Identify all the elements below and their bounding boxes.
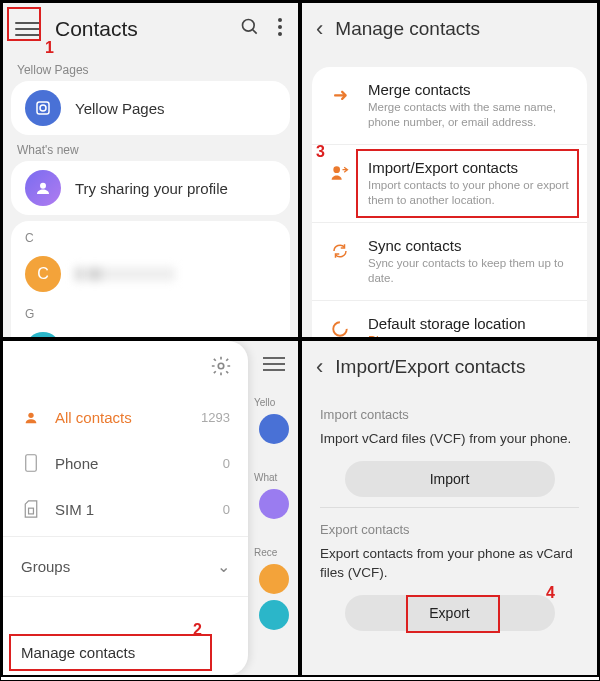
bg-avatar: [259, 564, 289, 594]
app-header: ‹ Import/Export contacts: [302, 341, 597, 393]
drawer-item-all-contacts[interactable]: All contacts 1293: [3, 395, 248, 440]
avatar: C: [25, 256, 61, 292]
sync-contacts-row[interactable]: Sync contacts Sync your contacts to keep…: [312, 222, 587, 300]
sim-icon: [21, 500, 41, 518]
export-section-header: Export contacts: [320, 522, 579, 537]
contact-row[interactable]: C: [11, 247, 290, 301]
section-header-yellowpages: Yellow Pages: [3, 55, 298, 81]
drawer-label: Phone: [55, 455, 223, 472]
annotation-box-4: [406, 595, 500, 633]
profile-icon: [25, 170, 61, 206]
drawer-label: All contacts: [55, 409, 201, 426]
row-title: Merge contacts: [368, 81, 573, 98]
merge-icon: ➜: [326, 81, 354, 109]
phone-icon: [21, 454, 41, 472]
row-subtitle: Sync your contacts to keep them up to da…: [368, 256, 573, 286]
storage-icon: [326, 315, 354, 339]
list-item-yellowpages[interactable]: Yellow Pages: [11, 81, 290, 135]
merge-contacts-row[interactable]: ➜ Merge contacts Merge contacts with the…: [312, 67, 587, 144]
contact-name-redacted: [75, 267, 175, 281]
annotation-number-2: 2: [193, 621, 202, 639]
manage-options-card: ➜ Merge contacts Merge contacts with the…: [312, 67, 587, 339]
manage-contacts-link[interactable]: Manage contacts: [3, 630, 248, 675]
divider: [3, 536, 248, 537]
bg-label: Rece: [250, 525, 298, 558]
svg-point-9: [333, 322, 347, 336]
letter-header-c: C: [11, 225, 290, 247]
row-title: Default storage location: [368, 315, 573, 332]
hamburger-icon: [263, 357, 285, 371]
back-icon[interactable]: ‹: [316, 16, 323, 42]
import-description: Import vCard files (VCF) from your phone…: [320, 430, 579, 449]
section-header-whatsnew: What's new: [3, 135, 298, 161]
search-icon[interactable]: [240, 17, 260, 41]
svg-point-11: [28, 412, 33, 417]
panel-contacts-list: Contacts 1 Yellow Pages Yellow Pages Wha…: [1, 1, 300, 339]
import-button[interactable]: Import: [345, 461, 555, 497]
drawer-label: SIM 1: [55, 501, 223, 518]
bg-avatar: [259, 600, 289, 630]
panel-manage-contacts: ‹ Manage contacts 3 ➜ Merge contacts Mer…: [300, 1, 599, 339]
bg-avatar: [259, 489, 289, 519]
svg-rect-5: [37, 102, 49, 114]
drawer-item-phone[interactable]: Phone 0: [3, 440, 248, 486]
avatar: G: [25, 332, 61, 339]
row-title: Sync contacts: [368, 237, 573, 254]
bg-avatar: [259, 414, 289, 444]
yellowpages-icon: [25, 90, 61, 126]
svg-point-2: [278, 18, 282, 22]
more-icon[interactable]: [278, 18, 282, 40]
svg-point-10: [218, 363, 224, 369]
svg-point-7: [40, 183, 46, 189]
annotation-box-3: [356, 149, 579, 218]
svg-point-0: [243, 20, 255, 32]
panel-drawer: Yello What Rece All contacts 1293 Phone …: [1, 339, 300, 677]
chevron-down-icon: ⌄: [217, 557, 230, 576]
panel-import-export: ‹ Import/Export contacts Import contacts…: [300, 339, 599, 677]
screen-title: Manage contacts: [335, 18, 480, 40]
annotation-box-1: [7, 7, 41, 41]
svg-point-8: [333, 166, 340, 173]
svg-point-3: [278, 25, 282, 29]
import-export-icon: [326, 159, 354, 187]
export-description: Export contacts from your phone as vCard…: [320, 545, 579, 583]
background-screen: Yello What Rece: [250, 341, 298, 675]
divider: [3, 596, 248, 597]
app-header: ‹ Manage contacts: [302, 3, 597, 55]
screen-title: Import/Export contacts: [335, 356, 525, 378]
drawer-groups-row[interactable]: Groups ⌄: [3, 541, 248, 592]
storage-location-row[interactable]: Default storage location Phone: [312, 300, 587, 339]
svg-rect-12: [26, 455, 37, 472]
svg-rect-13: [29, 508, 34, 514]
contact-row[interactable]: G: [11, 323, 290, 339]
list-item-label: Yellow Pages: [75, 100, 165, 117]
import-section-header: Import contacts: [320, 407, 579, 422]
annotation-number-1: 1: [45, 39, 54, 57]
drawer-count: 0: [223, 456, 230, 471]
import-export-row[interactable]: Import/Export contacts Import contacts t…: [312, 144, 587, 222]
drawer-item-sim[interactable]: SIM 1 0: [3, 486, 248, 532]
svg-line-1: [253, 30, 257, 34]
navigation-drawer: All contacts 1293 Phone 0 SIM 1 0 Groups…: [3, 341, 248, 675]
row-subtitle: Merge contacts with the same name, phone…: [368, 100, 573, 130]
svg-point-4: [278, 32, 282, 36]
contacts-list-section: C C G G: [11, 221, 290, 339]
bg-label: Yello: [250, 375, 298, 408]
letter-header-g: G: [11, 301, 290, 323]
sync-icon: [326, 237, 354, 265]
svg-point-6: [40, 105, 46, 111]
divider: [320, 507, 579, 508]
app-title: Contacts: [55, 17, 240, 41]
gear-icon[interactable]: [210, 355, 232, 381]
annotation-box-2: [9, 634, 212, 671]
bg-label: What: [250, 450, 298, 483]
list-item-label: Try sharing your profile: [75, 180, 228, 197]
drawer-count: 1293: [201, 410, 230, 425]
drawer-count: 0: [223, 502, 230, 517]
list-item-share-profile[interactable]: Try sharing your profile: [11, 161, 290, 215]
back-icon[interactable]: ‹: [316, 354, 323, 380]
person-icon: [21, 410, 41, 426]
groups-label: Groups: [21, 558, 70, 575]
